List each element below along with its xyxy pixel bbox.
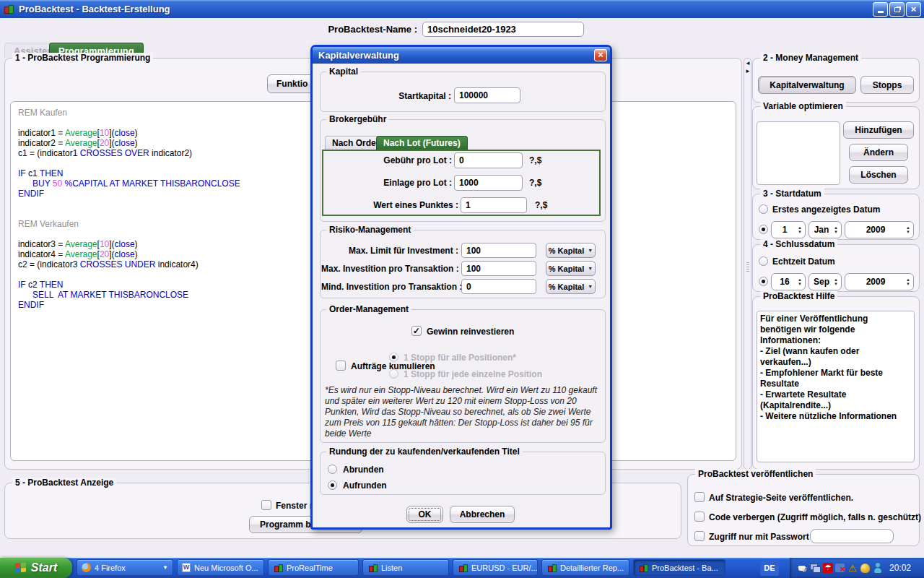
- startdate-first-shown-radio[interactable]: [759, 204, 768, 214]
- enddate-month-spinner[interactable]: Sep ▲▼: [808, 273, 842, 290]
- reinvest-label: Gewinn reinvestieren: [427, 327, 514, 337]
- cancel-button[interactable]: Abbrechen: [450, 506, 515, 523]
- task-group-caret-icon[interactable]: ▼: [162, 564, 168, 571]
- spin-down-icon: ▼: [798, 230, 802, 234]
- taskbar-task[interactable]: Listen: [362, 559, 449, 576]
- net-tray-icon[interactable]: [809, 562, 821, 574]
- startdate-year-spinner[interactable]: 2009 ▲▼: [845, 221, 914, 238]
- task-label: Neu Microsoft O...: [194, 564, 258, 572]
- startdate-title: 3 - Startdatum: [760, 189, 824, 199]
- startdate-day-spinner[interactable]: 1 ▲▼: [771, 221, 806, 238]
- language-indicator[interactable]: DE: [760, 560, 779, 576]
- avira-tray-icon[interactable]: ☂: [823, 563, 833, 573]
- enddate-day-spinner[interactable]: 16 ▲▼: [771, 273, 806, 290]
- collapse-right-icon[interactable]: ►: [745, 69, 751, 74]
- edit-variable-button[interactable]: Ändern: [849, 144, 908, 161]
- spin-down-icon: ▼: [798, 282, 802, 286]
- taskbar-task[interactable]: ProRealTime: [268, 559, 359, 576]
- einlage-pro-lot-label: Einlage pro Lot :: [321, 178, 452, 188]
- taskbar-task[interactable]: ProBacktest - Ba...: [633, 559, 725, 576]
- aufrunden-radio[interactable]: [328, 480, 337, 490]
- rundung-group-title: Rundung der zu kaufenden/verkaufenden Ti…: [326, 447, 523, 457]
- enddate-realtime-radio[interactable]: [759, 256, 768, 266]
- max-limit-unit-dropdown[interactable]: % Kapital▼: [546, 243, 596, 258]
- min-invest-input[interactable]: [461, 279, 536, 294]
- taskbar-tasks: 4 Firefox▼WNeu Microsoft O...ProRealTime…: [77, 559, 725, 577]
- prt-icon: [273, 563, 283, 573]
- enddate-title: 4 - Schlussdatum: [760, 239, 837, 249]
- dropdown-caret-icon: ▼: [588, 266, 593, 271]
- programming-panel-title: 1 - ProBacktest Programmierung: [12, 53, 153, 63]
- prt-icon: [546, 563, 557, 573]
- spin-down-icon: ▼: [906, 282, 910, 286]
- spin-down-icon: ▼: [834, 282, 838, 286]
- max-invest-unit-dropdown[interactable]: % Kapital▼: [546, 261, 596, 276]
- startkapital-input[interactable]: [454, 87, 520, 103]
- publish-strategy-checkbox[interactable]: [694, 492, 705, 502]
- reinvest-checkbox[interactable]: ✓: [411, 326, 422, 336]
- ok-button[interactable]: OK: [406, 506, 443, 523]
- close-button[interactable]: ×: [906, 2, 921, 17]
- bell-tray-icon[interactable]: [860, 564, 870, 573]
- kapitalverwaltung-button[interactable]: Kapitalverwaltung: [758, 76, 856, 94]
- splitter-grip[interactable]: [746, 262, 749, 272]
- max-limit-input[interactable]: [461, 243, 536, 258]
- window-titlebar: ProBacktest - Backtest-Erstellung ×: [0, 0, 924, 18]
- money-management-title: 2 - Money Management: [760, 53, 861, 63]
- brokergebuehr-group-title: Brokergebühr: [326, 114, 389, 124]
- einlage-pro-lot-input[interactable]: [454, 175, 523, 191]
- password-input[interactable]: [810, 529, 894, 543]
- delete-variable-button[interactable]: Löschen: [849, 166, 908, 184]
- tab-nach-lot[interactable]: Nach Lot (Futures): [376, 136, 468, 150]
- task-label: ProBacktest - Ba...: [652, 564, 718, 572]
- check-icon: ✓: [413, 327, 420, 335]
- stop-all-radio[interactable]: [389, 353, 398, 362]
- taskbar-task[interactable]: 4 Firefox▼: [77, 559, 173, 576]
- wert-punkt-suffix: ?,$: [535, 200, 547, 210]
- variable-listbox[interactable]: [757, 121, 840, 185]
- stop-footnote: *Es wird nur ein Stopp-Niveau berechnet.…: [325, 385, 598, 439]
- person-tray-icon[interactable]: [872, 562, 884, 574]
- taskbar-task[interactable]: EURUSD - EUR/...: [453, 559, 538, 576]
- startdate-custom-radio[interactable]: [759, 225, 768, 234]
- min-invest-unit-dropdown[interactable]: % Kapital▼: [546, 279, 596, 294]
- startdate-month-spinner[interactable]: Jan ▲▼: [808, 221, 842, 238]
- minimize-button[interactable]: [873, 2, 888, 17]
- java-tray-icon[interactable]: [796, 562, 807, 574]
- enddate-custom-radio[interactable]: [759, 277, 768, 286]
- warn-tray-icon[interactable]: ⚠: [847, 562, 858, 574]
- enddate-year-spinner[interactable]: 2009 ▲▼: [845, 273, 914, 290]
- startkapital-label: Startkapital :: [321, 91, 451, 101]
- abrunden-radio[interactable]: [328, 465, 337, 474]
- start-button[interactable]: Start: [0, 558, 72, 578]
- gebuehr-pro-lot-input[interactable]: [454, 152, 523, 168]
- fenster-checkbox[interactable]: [261, 500, 271, 510]
- backtest-name-input[interactable]: [422, 22, 584, 37]
- taskbar-task[interactable]: WNeu Microsoft O...: [177, 559, 264, 576]
- cumulate-checkbox[interactable]: [336, 361, 346, 371]
- taskbar-task[interactable]: Detaillierter Rep...: [541, 559, 629, 576]
- hide-code-label: Code verbergen (Zugriff möglich, falls n…: [709, 512, 921, 522]
- panel-splitter[interactable]: ◄ ►: [744, 58, 751, 470]
- restore-button[interactable]: [889, 2, 905, 17]
- backtest-name-label: ProBacktest-Name :: [274, 24, 417, 35]
- dropdown-caret-icon: ▼: [588, 248, 593, 253]
- gebuehr-suffix: ?,$: [529, 155, 541, 165]
- hide-code-checkbox[interactable]: [694, 512, 705, 522]
- stop-all-label: 1 Stopp für alle Positionen*: [404, 353, 516, 363]
- prt-icon: [638, 563, 648, 573]
- aufrunden-label: Aufrunden: [343, 480, 387, 491]
- stopps-button[interactable]: Stopps: [860, 76, 914, 94]
- help-panel-title: ProBacktest Hilfe: [760, 291, 837, 301]
- wert-punkt-input[interactable]: [461, 197, 527, 213]
- collapse-left-icon[interactable]: ◄: [745, 61, 751, 66]
- password-checkbox-label: Zugriff nur mit Passwort :: [709, 532, 814, 542]
- publish-strategy-label: Auf Strategie-Seite veröffentlichen.: [709, 493, 853, 503]
- add-variable-button[interactable]: Hinzufügen: [843, 121, 914, 139]
- mute-tray-icon[interactable]: [835, 564, 845, 572]
- stop-each-radio[interactable]: [389, 369, 398, 379]
- max-invest-input[interactable]: [461, 261, 536, 276]
- password-checkbox[interactable]: [694, 531, 705, 541]
- publish-panel-title: ProBacktest veröffentlichen: [695, 469, 816, 479]
- dialog-close-button[interactable]: ×: [594, 49, 607, 61]
